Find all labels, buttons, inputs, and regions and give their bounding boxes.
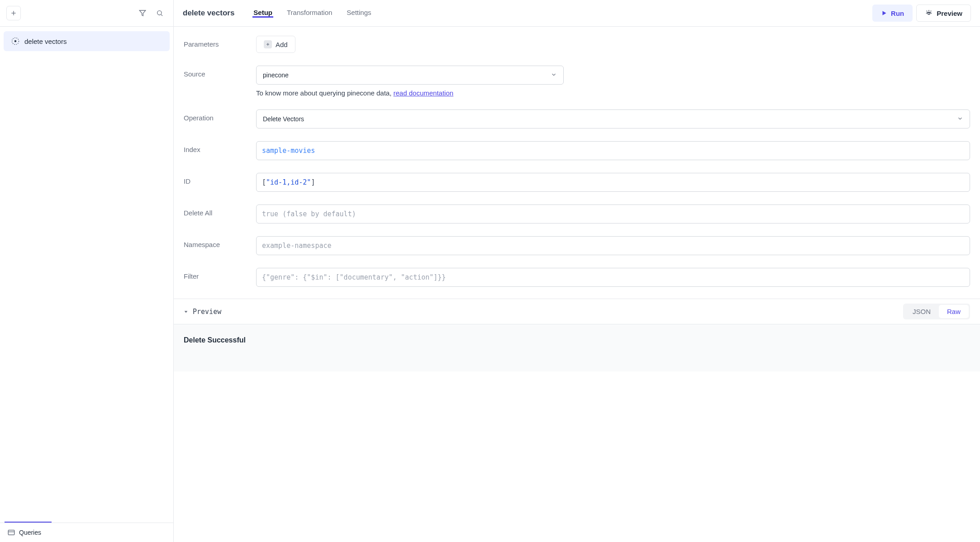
operation-value: Delete Vectors [263, 115, 304, 123]
svg-line-12 [927, 11, 928, 12]
source-value: pinecone [263, 71, 289, 79]
svg-line-4 [161, 14, 162, 16]
search-button[interactable] [152, 6, 167, 20]
sidebar-toolbar [0, 0, 173, 27]
view-toggle: JSON Raw [903, 304, 970, 319]
deleteall-label: Delete All [184, 204, 247, 217]
svg-marker-2 [139, 10, 145, 16]
index-label: Index [184, 141, 247, 153]
query-list: delete vectors [0, 27, 173, 522]
plus-icon [264, 40, 272, 48]
svg-line-13 [931, 11, 932, 12]
play-icon [881, 10, 887, 16]
chevron-down-icon [551, 71, 557, 79]
filter-label: Filter [184, 268, 247, 280]
operation-label: Operation [184, 109, 247, 122]
filter-button[interactable] [135, 6, 150, 20]
queries-label: Queries [19, 529, 41, 536]
namespace-input[interactable]: example-namespace [256, 236, 970, 255]
preview-button[interactable]: Preview [916, 5, 971, 22]
run-button[interactable]: Run [872, 5, 913, 22]
form: Parameters Add Source pinecone [174, 27, 980, 299]
preview-bar: Preview JSON Raw [174, 299, 980, 324]
index-value: sample-movies [262, 147, 315, 155]
result-area: Delete Successful [174, 324, 980, 371]
sidebar: delete vectors Queries [0, 0, 174, 542]
main: delete vectors Setup Transformation Sett… [174, 0, 980, 542]
chevron-down-icon [957, 115, 963, 123]
eye-icon [925, 9, 933, 17]
preview-btn-label: Preview [937, 10, 962, 17]
page-title: delete vectors [183, 9, 234, 18]
svg-rect-7 [8, 530, 14, 535]
id-input[interactable]: ["id-1,id-2"] [256, 173, 970, 192]
add-parameter-button[interactable]: Add [256, 36, 295, 53]
svg-marker-9 [883, 11, 886, 15]
content: Parameters Add Source pinecone [174, 27, 980, 542]
source-select[interactable]: pinecone [256, 66, 564, 85]
run-label: Run [891, 10, 904, 17]
source-help: To know more about querying pinecone dat… [256, 89, 564, 97]
query-item-delete-vectors[interactable]: delete vectors [4, 31, 170, 51]
read-docs-link[interactable]: read documentation [394, 89, 454, 97]
svg-marker-16 [185, 311, 188, 313]
operation-select[interactable]: Delete Vectors [256, 109, 970, 128]
preview-toggle[interactable]: Preview [184, 308, 221, 316]
tab-transformation[interactable]: Transformation [286, 9, 333, 18]
id-label: ID [184, 173, 247, 185]
queries-icon [7, 528, 15, 537]
add-query-button[interactable] [6, 6, 21, 20]
result-text: Delete Successful [184, 336, 246, 344]
add-label: Add [276, 41, 288, 48]
index-input[interactable]: sample-movies [256, 141, 970, 160]
tabs: Setup Transformation Settings [252, 9, 372, 18]
pinecone-icon [11, 37, 20, 46]
query-item-label: delete vectors [24, 38, 67, 45]
triangle-down-icon [184, 309, 188, 314]
tab-settings[interactable]: Settings [346, 9, 372, 18]
queries-tab[interactable]: Queries [0, 523, 173, 542]
raw-toggle[interactable]: Raw [939, 305, 969, 318]
filter-input[interactable]: {"genre": {"$in": ["documentary", "actio… [256, 268, 970, 287]
tab-setup[interactable]: Setup [252, 9, 273, 18]
preview-label: Preview [193, 308, 221, 316]
source-label: Source [184, 66, 247, 78]
json-toggle[interactable]: JSON [904, 305, 939, 318]
svg-point-10 [928, 13, 930, 15]
parameters-label: Parameters [184, 36, 247, 48]
deleteall-input[interactable]: true (false by default) [256, 204, 970, 223]
header: delete vectors Setup Transformation Sett… [174, 0, 980, 27]
namespace-label: Namespace [184, 236, 247, 248]
svg-point-3 [157, 11, 162, 15]
svg-point-6 [14, 40, 16, 42]
